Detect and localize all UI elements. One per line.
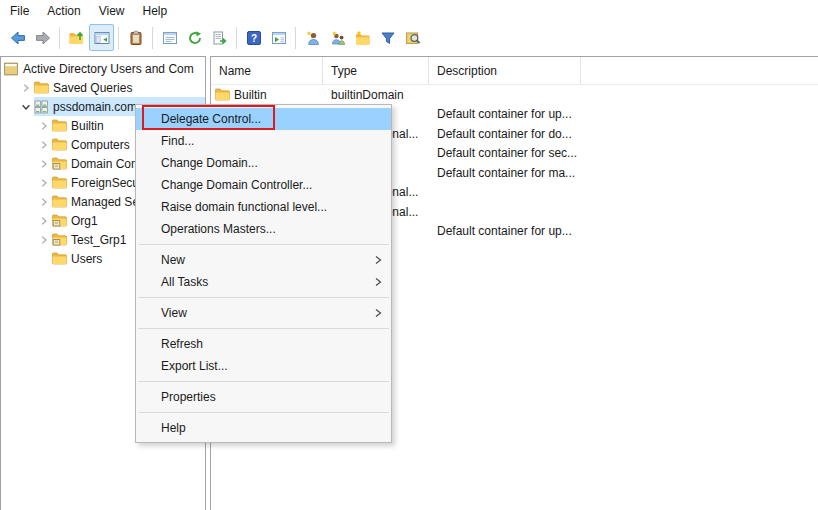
toolbar-separator — [118, 27, 119, 49]
properties-window-icon — [162, 30, 178, 46]
tree-item-label: Computers — [71, 138, 130, 152]
filter-button[interactable] — [375, 24, 400, 51]
export-list-button[interactable] — [207, 24, 232, 51]
refresh-button[interactable] — [182, 24, 207, 51]
menu-action[interactable]: Action — [38, 2, 89, 20]
folder-icon — [52, 176, 67, 189]
forward-button[interactable] — [30, 24, 55, 51]
menu-help[interactable]: Help — [134, 2, 177, 20]
menu-item-delegate-control[interactable]: Delegate Control... — [136, 108, 391, 130]
chevron-right-icon[interactable] — [35, 211, 52, 230]
show-console-tree-button[interactable] — [89, 24, 114, 51]
menu-item-new[interactable]: New — [136, 249, 391, 271]
menu-separator — [138, 328, 389, 329]
clipboard-button[interactable] — [123, 24, 148, 51]
cell-name: Builtin — [234, 88, 267, 102]
cell-description: Default container for up... — [429, 224, 581, 238]
tree-item-label: Saved Queries — [53, 81, 132, 95]
folder-icon — [215, 88, 230, 101]
cell-description: Default container for sec... — [429, 146, 581, 160]
context-menu: Delegate Control... Find... Change Domai… — [135, 104, 392, 443]
ou-folder-icon — [52, 233, 67, 246]
cell-description: Default container for up... — [429, 107, 581, 121]
find-objects-button[interactable] — [400, 24, 425, 51]
tree-item-label: pssdomain.com — [53, 100, 137, 114]
new-group-button[interactable] — [325, 24, 350, 51]
svg-text:?: ? — [250, 32, 256, 43]
menu-item-change-domain[interactable]: Change Domain... — [136, 152, 391, 174]
filter-icon — [380, 30, 396, 46]
tree-item-label: Builtin — [71, 119, 104, 133]
folder-icon — [34, 81, 49, 94]
folder-icon — [52, 195, 67, 208]
menu-item-all-tasks[interactable]: All Tasks — [136, 271, 391, 293]
list-header: Name Type Description — [211, 57, 818, 85]
new-window-icon — [271, 30, 287, 46]
chevron-right-icon[interactable] — [35, 135, 52, 154]
cell-description: Default container for ma... — [429, 166, 581, 180]
chevron-right-icon[interactable] — [17, 78, 34, 97]
forward-icon — [35, 30, 51, 46]
menu-item-view[interactable]: View — [136, 302, 391, 324]
back-icon — [10, 30, 26, 46]
ou-folder-icon — [52, 157, 67, 170]
folder-icon — [52, 138, 67, 151]
tree-item-root[interactable]: Active Directory Users and Com — [1, 59, 205, 78]
find-objects-icon — [405, 30, 421, 46]
toolbar-separator — [59, 27, 60, 49]
chevron-right-icon[interactable] — [35, 154, 52, 173]
help-icon: ? — [246, 30, 262, 46]
column-header-filler — [581, 57, 818, 84]
ou-folder-icon — [52, 214, 67, 227]
column-header-description[interactable]: Description — [429, 57, 581, 84]
up-one-level-icon — [69, 30, 85, 46]
new-user-button[interactable] — [300, 24, 325, 51]
submenu-arrow-icon — [373, 254, 383, 266]
submenu-arrow-icon — [373, 276, 383, 288]
properties-window-button[interactable] — [157, 24, 182, 51]
toolbar-separator — [236, 27, 237, 49]
submenu-arrow-icon — [373, 307, 383, 319]
toolbar-separator — [295, 27, 296, 49]
aduc-window: File Action View Help — [0, 0, 818, 510]
chevron-down-icon[interactable] — [17, 97, 34, 116]
chevron-right-icon[interactable] — [35, 116, 52, 135]
new-organizational-unit-button[interactable] — [350, 24, 375, 51]
column-header-type[interactable]: Type — [323, 57, 429, 84]
chevron-right-icon[interactable] — [35, 173, 52, 192]
column-header-name[interactable]: Name — [211, 57, 323, 84]
cell-description: Default container for do... — [429, 127, 581, 141]
menu-separator — [138, 412, 389, 413]
tree-item-label: Test_Grp1 — [71, 233, 126, 247]
menu-separator — [138, 381, 389, 382]
back-button[interactable] — [5, 24, 30, 51]
list-row-builtin[interactable]: Builtin builtinDomain — [211, 85, 818, 105]
menu-item-operations-masters[interactable]: Operations Masters... — [136, 218, 391, 240]
export-list-icon — [212, 30, 228, 46]
menu-item-help[interactable]: Help — [136, 417, 391, 439]
show-console-tree-icon — [94, 30, 110, 46]
menu-view[interactable]: View — [90, 2, 134, 20]
menu-bar: File Action View Help — [0, 0, 818, 21]
new-window-button[interactable] — [266, 24, 291, 51]
domain-icon — [34, 100, 49, 114]
new-user-icon — [305, 30, 321, 46]
menu-file[interactable]: File — [1, 2, 38, 20]
chevron-right-icon[interactable] — [35, 230, 52, 249]
cell-type: builtinDomain — [323, 88, 429, 102]
tree-item-label: Org1 — [71, 214, 98, 228]
new-group-icon — [330, 30, 346, 46]
menu-item-refresh[interactable]: Refresh — [136, 333, 391, 355]
console-icon — [4, 62, 19, 76]
chevron-right-icon[interactable] — [35, 192, 52, 211]
menu-item-raise-domain-functional-level[interactable]: Raise domain functional level... — [136, 196, 391, 218]
clipboard-icon — [128, 30, 144, 46]
menu-item-properties[interactable]: Properties — [136, 386, 391, 408]
help-button[interactable]: ? — [241, 24, 266, 51]
menu-item-change-domain-controller[interactable]: Change Domain Controller... — [136, 174, 391, 196]
up-one-level-button[interactable] — [64, 24, 89, 51]
menu-item-find[interactable]: Find... — [136, 130, 391, 152]
tree-item-saved-queries[interactable]: Saved Queries — [1, 78, 205, 97]
folder-icon — [52, 252, 67, 265]
menu-item-export-list[interactable]: Export List... — [136, 355, 391, 377]
